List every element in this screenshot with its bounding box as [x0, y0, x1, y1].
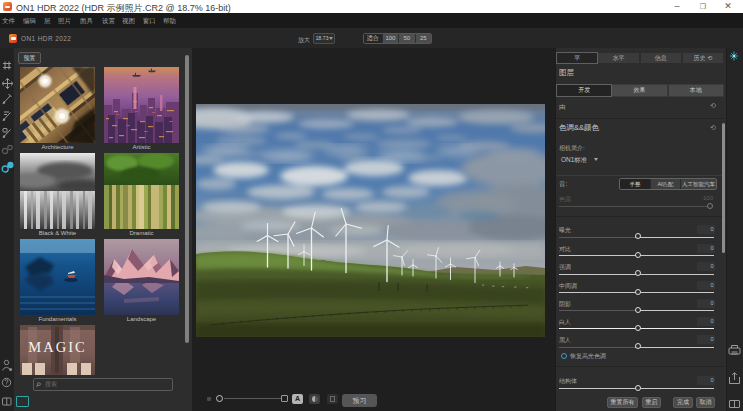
svg-text:MAGIC: MAGIC: [28, 339, 86, 355]
